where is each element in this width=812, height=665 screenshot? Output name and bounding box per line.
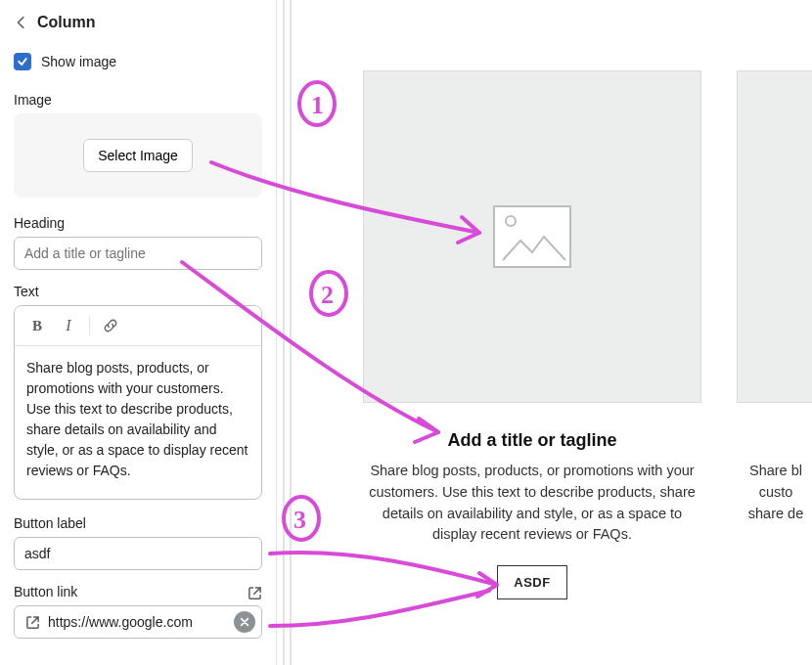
image-placeholder <box>363 70 701 403</box>
preview-column-1: Add a title or tagline Share blog posts,… <box>363 70 701 599</box>
back-icon[interactable] <box>14 15 29 30</box>
preview-heading: Add a title or tagline <box>363 430 701 451</box>
rich-text-editor: B I Share blog posts, products, or promo… <box>14 305 262 500</box>
button-label-input[interactable] <box>14 537 262 570</box>
clear-icon[interactable] <box>234 611 255 633</box>
button-link-label: Button link <box>14 584 77 599</box>
image-placeholder-icon <box>493 205 571 268</box>
preview-canvas: Add a title or tagline Share blog posts,… <box>300 0 812 665</box>
heading-label: Heading <box>14 215 262 231</box>
text-label: Text <box>14 284 262 299</box>
text-body-input[interactable]: Share blog posts, products, or promotion… <box>15 346 261 499</box>
external-link-icon[interactable] <box>248 586 262 603</box>
show-image-toggle[interactable]: Show image <box>14 53 262 70</box>
external-link-inline-icon <box>21 615 44 630</box>
preview-text: Share blog posts, products, or promotion… <box>363 461 701 546</box>
settings-panel: Column Show image Image Select Image Hea… <box>0 0 277 665</box>
italic-icon[interactable]: I <box>54 312 83 339</box>
link-icon[interactable] <box>96 312 125 339</box>
show-image-label: Show image <box>41 54 116 69</box>
button-label-label: Button label <box>14 515 262 531</box>
toolbar-separator <box>89 316 90 335</box>
preview-text-2: Share bl custo share de <box>737 461 812 524</box>
image-picker: Select Image <box>14 113 262 198</box>
preview-button[interactable]: ASDF <box>497 565 566 599</box>
image-placeholder <box>737 70 812 403</box>
panel-title: Column <box>37 14 96 31</box>
checkbox-checked-icon <box>14 53 31 70</box>
bold-icon[interactable]: B <box>23 312 52 339</box>
select-image-button[interactable]: Select Image <box>83 139 193 172</box>
button-link-input-wrap <box>14 605 262 639</box>
button-link-input[interactable] <box>44 610 234 634</box>
image-label: Image <box>14 92 262 108</box>
preview-column-2: . Share bl custo share de <box>737 70 812 599</box>
heading-input[interactable] <box>14 237 262 270</box>
panel-resize-gutter[interactable] <box>277 0 300 665</box>
rte-toolbar: B I <box>15 306 261 346</box>
